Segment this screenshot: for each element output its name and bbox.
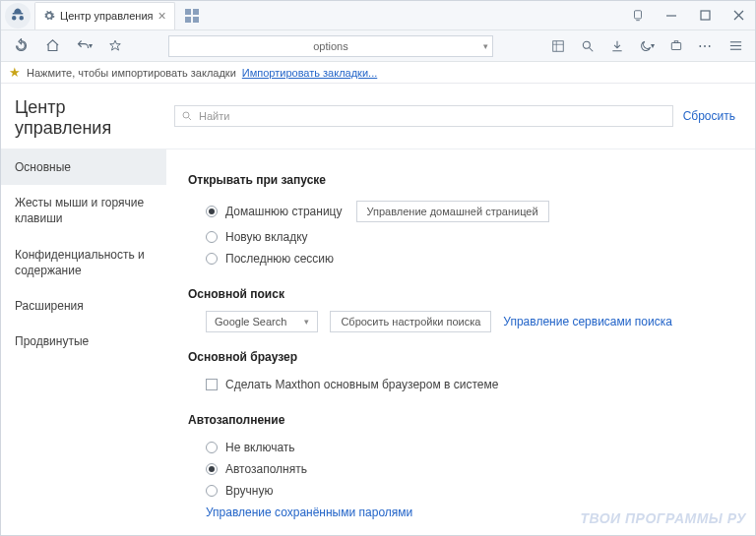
- manage-passwords-link[interactable]: Управление сохранёнными паролями: [206, 506, 412, 519]
- address-bar[interactable]: options ▾: [168, 35, 493, 57]
- settings-search-input[interactable]: Найти: [174, 105, 673, 127]
- import-bookmarks-link[interactable]: Импортировать закладки...: [242, 67, 377, 79]
- download-button[interactable]: [603, 33, 631, 59]
- svg-line-9: [590, 47, 594, 51]
- snap-button[interactable]: [544, 33, 572, 59]
- nav-advanced[interactable]: Продвинутые: [1, 324, 166, 359]
- svg-rect-0: [635, 10, 642, 18]
- extensions-button[interactable]: [662, 33, 690, 59]
- window-minimize-button[interactable]: [655, 1, 688, 30]
- window-maximize-button[interactable]: [688, 1, 722, 30]
- radio-startup-newtab-label: Новую вкладку: [225, 230, 308, 244]
- nav-gestures[interactable]: Жесты мыши и горячие клавиши: [1, 185, 166, 236]
- more-button[interactable]: ⋯: [692, 33, 720, 59]
- radio-startup-home-label: Домашнюю страницу: [225, 205, 343, 218]
- nav-general[interactable]: Основные: [1, 149, 166, 185]
- radio-autofill-auto-label: Автозаполнять: [225, 462, 307, 476]
- bookmark-bar: ★ Нажмите, чтобы импортировать закладки …: [1, 62, 755, 84]
- settings-nav: Основные Жесты мыши и горячие клавиши Ко…: [1, 149, 166, 359]
- gear-icon: [43, 10, 55, 22]
- check-make-default-label: Сделать Maxthon основным браузером в сис…: [225, 378, 498, 391]
- section-browser-title: Основной браузер: [188, 350, 733, 364]
- active-tab[interactable]: Центр управления ×: [34, 2, 175, 30]
- radio-autofill-off-label: Не включать: [225, 441, 295, 454]
- address-dropdown-icon[interactable]: ▾: [483, 41, 488, 51]
- radio-startup-lastsession-label: Последнюю сессию: [225, 252, 334, 266]
- search-engine-select[interactable]: Google Search ▾: [206, 311, 318, 332]
- favorite-button[interactable]: [101, 33, 129, 59]
- menu-button[interactable]: [722, 33, 749, 59]
- home-button[interactable]: [38, 33, 66, 59]
- search-engine-value: Google Search: [215, 316, 286, 328]
- search-icon: [181, 110, 193, 122]
- radio-autofill-auto[interactable]: [206, 463, 218, 475]
- search-placeholder: Найти: [199, 110, 229, 122]
- svg-rect-10: [671, 42, 680, 49]
- radio-startup-lastsession[interactable]: [206, 253, 218, 265]
- account-icon[interactable]: [621, 1, 655, 30]
- manage-search-link[interactable]: Управление сервисами поиска: [503, 315, 672, 328]
- svg-point-15: [183, 112, 189, 118]
- section-startup-title: Открывать при запуске: [188, 173, 733, 187]
- bookmark-hint: Нажмите, чтобы импортировать закладки: [27, 67, 236, 79]
- tab-title: Центр управления: [60, 10, 154, 22]
- radio-autofill-off[interactable]: [206, 442, 218, 453]
- incognito-icon: [9, 7, 27, 25]
- svg-rect-11: [674, 40, 678, 42]
- svg-rect-2: [701, 11, 710, 20]
- search-button[interactable]: [574, 33, 601, 59]
- svg-line-16: [189, 118, 192, 121]
- page-title: Центр управления: [1, 84, 166, 149]
- reset-link[interactable]: Сбросить: [683, 109, 741, 123]
- svg-point-8: [583, 41, 590, 48]
- nav-privacy[interactable]: Конфиденциальность и содержание: [1, 237, 166, 288]
- radio-autofill-manual-label: Вручную: [225, 484, 273, 498]
- night-mode-button[interactable]: ▾: [633, 33, 661, 59]
- chevron-down-icon: ▾: [304, 317, 309, 327]
- radio-startup-home[interactable]: [206, 206, 218, 217]
- svg-rect-5: [553, 40, 564, 51]
- window-close-button[interactable]: [722, 1, 755, 30]
- section-autofill-title: Автозаполнение: [188, 413, 733, 427]
- address-text: options: [313, 40, 347, 52]
- check-make-default[interactable]: [206, 379, 218, 390]
- manage-homepage-button[interactable]: Управление домашней страницей: [356, 201, 549, 222]
- radio-autofill-manual[interactable]: [206, 485, 218, 497]
- undo-button[interactable]: ▾: [70, 33, 97, 59]
- section-search-title: Основной поиск: [188, 287, 733, 301]
- new-tab-grid-button[interactable]: [185, 9, 199, 23]
- star-icon: ★: [9, 65, 21, 80]
- nav-extensions[interactable]: Расширения: [1, 288, 166, 324]
- profile-avatar[interactable]: [5, 3, 31, 29]
- reset-search-button[interactable]: Сбросить настройки поиска: [330, 311, 491, 332]
- reload-button[interactable]: [7, 33, 34, 59]
- tab-close-button[interactable]: ×: [158, 9, 166, 23]
- radio-startup-newtab[interactable]: [206, 231, 218, 243]
